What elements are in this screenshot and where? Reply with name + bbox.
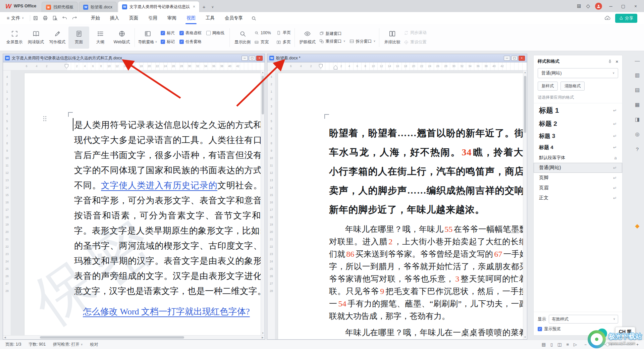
menu-item[interactable]: 引用 xyxy=(143,12,162,24)
premium-icon[interactable]: ◆ xyxy=(633,222,641,230)
contrast-icon[interactable]: ◨ xyxy=(633,115,641,123)
ribbon-check-on[interactable]: 任务窗格 xyxy=(179,39,202,45)
ribbon-outline-button[interactable]: 大纲 xyxy=(90,27,111,49)
print-button[interactable] xyxy=(43,15,48,21)
scrollbar-thumb[interactable] xyxy=(40,336,184,339)
ribbon-read-button[interactable]: 阅读版式 xyxy=(25,27,46,49)
document-page[interactable]: 盼望着，盼望着……翘首以盼的新年近了。街市上车水马龙，人海，好不热闹。34瞧，拎… xyxy=(278,73,523,339)
child-minimize-button[interactable]: ─ xyxy=(241,56,248,61)
zoom-slider[interactable] xyxy=(590,344,633,345)
preview-checkbox[interactable] xyxy=(538,327,542,331)
child-restore-button[interactable]: ▢ xyxy=(511,56,518,61)
ribbon-page-button[interactable]: 页面 xyxy=(68,27,89,49)
read-aloud-icon[interactable]: ▷ xyxy=(574,342,577,347)
hyperlink-text[interactable]: 文字使人类进入有历史记录的 xyxy=(101,181,217,190)
close-button[interactable]: × xyxy=(632,4,639,9)
clear-format-button[interactable]: 清除格式 xyxy=(560,82,585,91)
web-view-icon[interactable]: ◫ xyxy=(557,342,561,347)
style-item[interactable]: 标题 3↵ xyxy=(534,130,622,142)
menu-item[interactable]: 视图 xyxy=(181,12,201,24)
document-tab[interactable]: W盼望着.docx xyxy=(79,2,117,12)
workspace-grid-icon[interactable]: ⊞ xyxy=(577,3,581,9)
document-window-right[interactable]: W 盼望着.docx * ─ ▢ × 642246810121416182022… xyxy=(267,54,527,340)
scroll-right-icon[interactable]: ▶ xyxy=(261,336,265,339)
scroll-down-icon[interactable]: ▼ xyxy=(261,331,265,335)
redo-button[interactable] xyxy=(72,15,77,21)
menu-item[interactable]: 会员专享 xyxy=(220,12,248,24)
show-filter-dropdown[interactable]: 有效样式 ∨ xyxy=(549,315,618,323)
save-button[interactable] xyxy=(33,15,38,21)
scroll-up-icon[interactable]: ▲ xyxy=(261,70,265,74)
style-item[interactable]: 默认段落字体a xyxy=(534,153,622,163)
indent-marker[interactable] xyxy=(319,64,323,68)
tab-close-icon[interactable]: × xyxy=(193,4,195,9)
scroll-left-icon[interactable]: ◀ xyxy=(3,336,7,339)
menu-item[interactable]: 工具 xyxy=(201,12,220,24)
ribbon-single-button[interactable]: 单页 xyxy=(275,29,292,36)
ribbon-check-on[interactable]: 表格虚框 xyxy=(179,30,202,36)
style-item[interactable]: 页脚↵ xyxy=(534,173,622,183)
child-close-button[interactable]: × xyxy=(256,56,263,61)
proofread-button[interactable]: 校对 xyxy=(90,342,98,347)
child-window-titlebar[interactable]: W 盼望着.docx * ─ ▢ × xyxy=(267,54,527,62)
style-item[interactable]: 标题 4↵ xyxy=(534,142,622,153)
ribbon-check-off[interactable]: 网格线 xyxy=(206,30,224,36)
style-item[interactable]: 标题 2↵ xyxy=(534,117,622,130)
style-item[interactable]: 正文↵ xyxy=(534,193,622,203)
current-style-dropdown[interactable]: 普通(网站) ∨ xyxy=(538,68,618,78)
ribbon-pagew-button[interactable]: 页宽 xyxy=(253,39,272,46)
style-item[interactable]: 标题 1↵ xyxy=(534,103,622,117)
wps-logo[interactable]: W WPS Office xyxy=(0,0,42,12)
paragraph-drag-handle[interactable] xyxy=(43,116,47,121)
grid-pane-icon[interactable]: ▦ xyxy=(633,101,641,109)
page-indicator[interactable]: 页面: 1/3 xyxy=(5,342,21,347)
child-minimize-button[interactable]: ─ xyxy=(504,56,510,61)
ribbon-rearr-button[interactable]: 重排窗口∨ xyxy=(318,38,347,45)
styles-pane-icon[interactable]: ▤ xyxy=(633,86,641,94)
undo-button[interactable] xyxy=(62,15,67,21)
ribbon-compare-button[interactable]: 并排比较 xyxy=(382,27,402,49)
menu-item[interactable]: 开始 xyxy=(86,12,105,24)
scrollbar-thumb[interactable] xyxy=(524,76,526,133)
locate-icon[interactable]: ◎ xyxy=(633,130,641,138)
child-restore-button[interactable]: ▢ xyxy=(249,56,255,61)
ribbon-fullscreen-button[interactable]: 全屏显示 xyxy=(4,27,25,49)
ribbon-web-button[interactable]: Web版式 xyxy=(111,27,132,49)
help-icon[interactable]: ? xyxy=(633,145,641,153)
maximize-button[interactable]: ▢ xyxy=(620,4,627,9)
ribbon-check-on[interactable]: 标记 xyxy=(161,39,175,45)
ribbon-check-on[interactable]: 标尺 xyxy=(161,30,175,36)
ribbon-newwin-button[interactable]: 新建窗口 xyxy=(318,30,377,37)
search-icon[interactable] xyxy=(251,16,256,21)
task-pane-icon[interactable]: ▤ xyxy=(542,342,546,347)
vertical-scrollbar[interactable]: ▲ ▼ xyxy=(261,70,265,335)
scroll-down-icon[interactable]: ▼ xyxy=(523,335,527,339)
ribbon-eye-button[interactable]: 护眼模式 xyxy=(297,27,318,49)
ribbon-nav-button[interactable]: 导航窗格∨ xyxy=(137,27,158,49)
scroll-up-icon[interactable]: ▲ xyxy=(523,70,527,74)
ribbon-zoom-button[interactable]: 显示比例 xyxy=(232,27,253,49)
outline-view-icon[interactable]: ≡ xyxy=(566,342,569,347)
style-item[interactable]: 页眉↵ xyxy=(534,183,622,193)
zoom-in-button[interactable]: + xyxy=(636,342,639,347)
new-style-button[interactable]: 新样式 xyxy=(538,82,558,91)
pin-icon[interactable] xyxy=(608,59,612,64)
indent-marker[interactable] xyxy=(65,64,68,68)
skin-icon[interactable]: ◇ xyxy=(586,3,590,9)
vertical-scrollbar[interactable]: ▲ ▼ xyxy=(523,70,527,339)
close-panel-icon[interactable]: × xyxy=(615,59,618,64)
new-tab-button[interactable]: + xyxy=(200,2,208,12)
share-button[interactable]: 分享 xyxy=(615,14,637,23)
ai-assistant-button[interactable]: ✦ xyxy=(597,329,607,339)
print-preview-button[interactable] xyxy=(52,15,58,21)
menu-item[interactable]: 页面 xyxy=(124,12,143,24)
first-line-indent-marker[interactable] xyxy=(334,65,337,69)
page-view-icon[interactable]: ▯ xyxy=(550,342,553,347)
menu-item[interactable]: 插入 xyxy=(105,12,124,24)
tab-list-button[interactable]: ∨ xyxy=(208,2,217,12)
word-count[interactable]: 字数: 901 xyxy=(29,342,46,347)
ribbon-write-button[interactable]: 写作模式 xyxy=(47,27,68,49)
annotate-pen-icon[interactable]: ▥ xyxy=(633,71,641,79)
collapse-strip-icon[interactable]: — xyxy=(633,56,641,64)
ribbon-split-button[interactable]: 拆分窗口∨ xyxy=(348,38,377,45)
